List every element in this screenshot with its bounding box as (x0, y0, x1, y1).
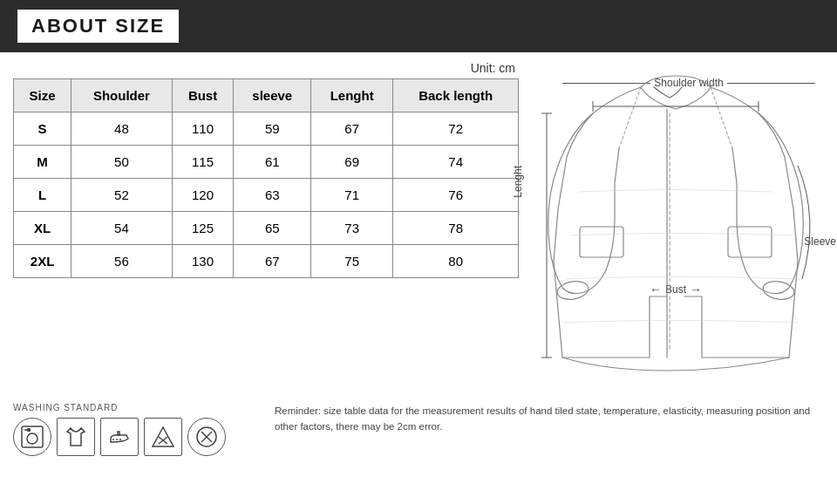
jacket-diagram: Shoulder width Lenght Sleeve ← Bust → (527, 61, 824, 392)
bust-cell: 120 (172, 179, 234, 212)
svg-rect-14 (118, 432, 119, 435)
back-length-cell: 72 (393, 112, 519, 146)
wash-icon-no-dry-clean (187, 418, 226, 456)
wash-icon-no-bleach (144, 418, 182, 456)
left-section: Unit: cm Size Shoulder Bust sleeve Lengh… (13, 61, 519, 392)
col-back-length: Back length (393, 79, 519, 112)
size-cell: 2XL (14, 245, 71, 278)
lenght-cell: 69 (311, 146, 393, 179)
table-row: M 50 115 61 69 74 (14, 146, 519, 179)
wash-icon-iron (100, 418, 139, 456)
shoulder-cell: 56 (71, 245, 172, 278)
sleeve-cell: 63 (234, 179, 311, 212)
right-section: Shoulder width Lenght Sleeve ← Bust → (527, 61, 824, 392)
col-size: Size (14, 79, 71, 112)
bust-cell: 130 (172, 245, 234, 278)
sleeve-cell: 61 (234, 146, 311, 179)
svg-point-11 (27, 433, 37, 444)
bust-cell: 125 (172, 212, 234, 245)
bust-cell: 110 (172, 112, 234, 146)
unit-label: Unit: cm (13, 61, 519, 75)
washing-icons (13, 418, 257, 456)
col-bust: Bust (172, 79, 234, 112)
lenght-cell: 71 (311, 179, 393, 212)
wash-icon-machine (13, 418, 51, 456)
svg-point-1 (762, 279, 796, 302)
col-lenght: Lenght (311, 79, 393, 112)
shoulder-cell: 48 (71, 112, 172, 146)
table-row: XL 54 125 65 73 78 (14, 212, 519, 245)
table-row: S 48 110 59 67 72 (14, 112, 519, 146)
col-sleeve: sleeve (234, 79, 311, 112)
table-row: 2XL 56 130 67 75 80 (14, 245, 519, 278)
page-title: ABOUT SIZE (17, 10, 179, 43)
washing-section: WASHING STANDARD (13, 403, 257, 456)
svg-point-13 (28, 429, 31, 432)
shoulder-cell: 54 (71, 212, 172, 245)
col-shoulder: Shoulder (71, 79, 172, 112)
size-cell: M (14, 146, 71, 179)
wash-icon-shirt (57, 418, 95, 456)
reminder-text: Reminder: size table data for the measur… (275, 403, 824, 435)
lenght-cell: 73 (311, 212, 393, 245)
svg-rect-2 (580, 227, 623, 257)
header-bar: ABOUT SIZE (0, 0, 837, 52)
jacket-svg (527, 61, 824, 392)
size-cell: S (14, 112, 71, 146)
table-row: L 52 120 63 71 76 (14, 179, 519, 212)
back-length-cell: 78 (393, 212, 519, 245)
washing-title: WASHING STANDARD (13, 403, 257, 412)
sleeve-cell: 65 (234, 212, 311, 245)
bust-cell: 115 (172, 146, 234, 179)
table-header-row: Size Shoulder Bust sleeve Lenght Back le… (14, 79, 519, 112)
sleeve-cell: 59 (234, 112, 311, 146)
back-length-cell: 74 (393, 146, 519, 179)
back-length-cell: 76 (393, 179, 519, 212)
svg-point-0 (556, 279, 590, 302)
main-content: Unit: cm Size Shoulder Bust sleeve Lengh… (0, 52, 837, 392)
lenght-cell: 67 (311, 112, 393, 146)
size-cell: L (14, 179, 71, 212)
size-table: Size Shoulder Bust sleeve Lenght Back le… (13, 78, 519, 278)
sleeve-cell: 67 (234, 245, 311, 278)
lenght-cell: 75 (311, 245, 393, 278)
bottom-section: WASHING STANDARD (0, 392, 837, 463)
size-cell: XL (14, 212, 71, 245)
shoulder-cell: 52 (71, 179, 172, 212)
back-length-cell: 80 (393, 245, 519, 278)
lenght-label: Lenght (512, 166, 524, 198)
svg-rect-3 (728, 227, 772, 257)
shoulder-cell: 50 (71, 146, 172, 179)
